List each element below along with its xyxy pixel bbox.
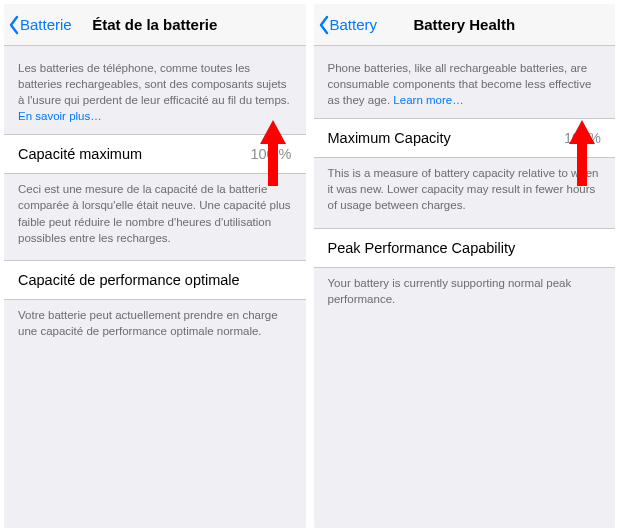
chevron-left-icon xyxy=(318,15,330,35)
intro-text: Les batteries de téléphone, comme toutes… xyxy=(4,46,306,134)
phone-right: Battery Battery Health Phone batteries, … xyxy=(314,4,616,528)
learn-more-link[interactable]: Learn more… xyxy=(393,94,463,106)
back-button[interactable]: Batterie xyxy=(4,15,72,35)
max-capacity-footer: Ceci est une mesure de la capacité de la… xyxy=(4,174,306,259)
back-label: Battery xyxy=(330,16,378,33)
peak-performance-label: Peak Performance Capability xyxy=(328,240,516,256)
back-label: Batterie xyxy=(20,16,72,33)
max-capacity-label: Maximum Capacity xyxy=(328,130,451,146)
max-capacity-footer: This is a measure of battery capacity re… xyxy=(314,158,616,227)
max-capacity-value: 100% xyxy=(564,130,601,146)
navbar: Batterie État de la batterie xyxy=(4,4,306,46)
intro-text: Phone batteries, like all rechargeable b… xyxy=(314,46,616,118)
intro-body: Les batteries de téléphone, comme toutes… xyxy=(18,62,290,106)
max-capacity-value: 100 % xyxy=(250,146,291,162)
peak-performance-row: Peak Performance Capability xyxy=(314,228,616,268)
back-button[interactable]: Battery xyxy=(314,15,378,35)
peak-performance-footer: Votre batterie peut actuellement prendre… xyxy=(4,300,306,353)
peak-performance-footer: Your battery is currently supporting nor… xyxy=(314,268,616,321)
chevron-left-icon xyxy=(8,15,20,35)
max-capacity-row: Capacité maximum 100 % xyxy=(4,134,306,174)
peak-performance-label: Capacité de performance optimale xyxy=(18,272,240,288)
max-capacity-label: Capacité maximum xyxy=(18,146,142,162)
phone-left: Batterie État de la batterie Les batteri… xyxy=(4,4,306,528)
peak-performance-row: Capacité de performance optimale xyxy=(4,260,306,300)
max-capacity-row: Maximum Capacity 100% xyxy=(314,118,616,158)
navbar: Battery Battery Health xyxy=(314,4,616,46)
learn-more-link[interactable]: En savoir plus… xyxy=(18,110,102,122)
